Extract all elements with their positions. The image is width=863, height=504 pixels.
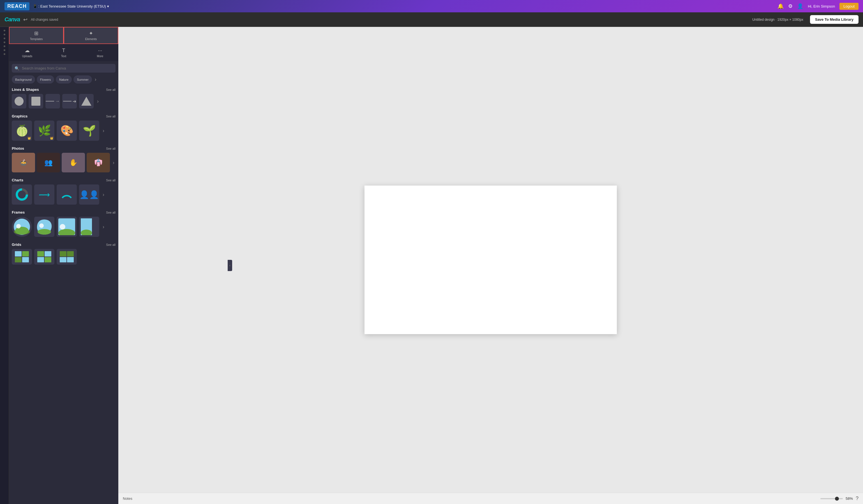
tab-more[interactable]: ··· More	[82, 44, 118, 61]
tab-elements[interactable]: ✦ Elements	[64, 27, 118, 44]
grid-cell	[45, 257, 51, 262]
frames-see-all[interactable]: See all	[106, 211, 115, 214]
tab-uploads[interactable]: ☁ Uploads	[9, 44, 46, 61]
frames-title: Frames	[12, 210, 25, 214]
svg-point-5	[16, 224, 21, 228]
donut-chart-svg	[15, 188, 29, 201]
frames-next-icon[interactable]: ›	[101, 223, 105, 231]
sidebar-dot-5	[4, 46, 5, 47]
zoom-slider-thumb[interactable]	[835, 497, 839, 501]
user-icon[interactable]: 👤	[797, 3, 803, 9]
grid-item-2[interactable]	[34, 249, 54, 265]
grid-preview-1	[15, 251, 29, 262]
more-label: More	[97, 55, 103, 58]
photos-row: 🍲 👥 ✋ 👘 ›	[12, 153, 115, 172]
graphics-next-icon[interactable]: ›	[101, 127, 105, 135]
frame-partial[interactable]	[79, 217, 99, 237]
canva-toolbar: Canva ↩ All changes saved Untitled desig…	[0, 12, 863, 27]
frames-header: Frames See all	[12, 209, 115, 214]
crown-badge-1: 👑	[27, 137, 31, 140]
notes-label[interactable]: Notes	[123, 496, 132, 501]
zoom-slider-track[interactable]	[821, 498, 843, 499]
photo-1[interactable]: 🍲	[12, 153, 35, 172]
graphics-title: Graphics	[12, 114, 27, 118]
graphic-plant[interactable]: 🌱	[79, 121, 99, 141]
save-to-media-library-button[interactable]: Save To Media Library	[810, 15, 859, 24]
charts-see-all[interactable]: See all	[106, 179, 115, 182]
charts-next-icon[interactable]: ›	[101, 191, 105, 199]
grid-cell	[37, 257, 44, 262]
shapes-row: → ➜ ›	[12, 94, 115, 109]
graphic-papaya[interactable]: 🍈 👑	[12, 121, 32, 141]
crown-badge-2: 👑	[50, 137, 53, 140]
grid-item-1[interactable]	[12, 249, 32, 265]
tab-text[interactable]: T Text	[46, 44, 82, 61]
filter-summer[interactable]: Summer	[74, 75, 92, 84]
shape-circle-item[interactable]	[12, 94, 26, 109]
elements-icon: ✦	[89, 30, 93, 36]
filter-nature[interactable]: Nature	[56, 75, 72, 84]
grid-item-3[interactable]	[57, 249, 77, 265]
shapes-next-icon[interactable]: ›	[96, 97, 100, 105]
grids-section: Grids See all	[12, 241, 115, 265]
tab-templates[interactable]: ⊞ Templates	[9, 27, 64, 44]
shape-triangle-item[interactable]	[79, 94, 93, 109]
lines-shapes-see-all[interactable]: See all	[106, 88, 115, 91]
panel-collapse-handle[interactable]: ‹	[228, 260, 232, 271]
graphic-pattern[interactable]: 🎨	[57, 121, 77, 141]
settings-icon[interactable]: ⚙	[788, 3, 793, 9]
frame-blob[interactable]	[34, 217, 54, 237]
frame-circle[interactable]	[12, 217, 32, 237]
search-bar-container: 🔍	[9, 61, 118, 75]
undo-icon[interactable]: ↩	[23, 16, 27, 23]
panel-tab-row-1: ⊞ Templates ✦ Elements	[9, 27, 118, 44]
graphics-see-all[interactable]: See all	[106, 115, 115, 118]
line-arrow: →	[55, 99, 60, 104]
charts-title: Charts	[12, 178, 23, 182]
filter-pills-next-icon[interactable]: ›	[93, 75, 98, 84]
charts-section: Charts See all ⟿	[12, 177, 115, 205]
design-canvas[interactable]	[364, 186, 617, 334]
elements-content: Lines & Shapes See all →	[9, 86, 118, 504]
photos-section: Photos See all 🍲 👥 ✋ 👘 ›	[12, 145, 115, 172]
lines-shapes-title: Lines & Shapes	[12, 87, 39, 92]
search-bar-wrapper: 🔍	[12, 64, 115, 73]
shape-arrow-item[interactable]: ➜	[62, 94, 77, 109]
chart-arc[interactable]	[57, 185, 77, 205]
sidebar-dot-4	[4, 41, 5, 43]
frame-blob-svg	[36, 218, 53, 235]
photo-4[interactable]: 👘	[87, 153, 110, 172]
arc-chart-svg	[60, 188, 74, 201]
graphics-section: Graphics See all 🍈 👑 🌿 👑 🎨	[12, 113, 115, 141]
help-icon[interactable]: ?	[856, 495, 859, 502]
filter-background[interactable]: Background	[12, 75, 35, 84]
chart-people[interactable]: 👤👤	[79, 185, 99, 205]
shape-square-item[interactable]	[29, 94, 43, 109]
frame-landscape[interactable]	[57, 217, 77, 237]
photo-3[interactable]: ✋	[62, 153, 85, 172]
photo-2[interactable]: 👥	[37, 153, 60, 172]
graphics-row: 🍈 👑 🌿 👑 🎨 🌱 ›	[12, 121, 115, 141]
shape-line-item[interactable]: →	[46, 94, 60, 109]
frame-landscape-svg	[58, 218, 75, 235]
arrow-shape: ➜	[62, 99, 77, 104]
graphic-leaf[interactable]: 🌿 👑	[34, 121, 54, 141]
nav-title[interactable]: 📱 : East Tennessee State University (ETS…	[33, 4, 109, 9]
sidebar-dot-7	[4, 53, 5, 55]
photos-see-all[interactable]: See all	[106, 147, 115, 150]
zoom-percent: 58%	[846, 496, 853, 501]
search-input[interactable]	[12, 64, 115, 73]
grid-cell	[45, 251, 51, 256]
sidebar-dot-3	[4, 38, 5, 39]
text-icon: T	[62, 48, 65, 53]
left-icon-sidebar	[0, 27, 9, 504]
filter-flowers[interactable]: Flowers	[37, 75, 54, 84]
chart-donut[interactable]	[12, 185, 32, 205]
uploads-label: Uploads	[22, 55, 33, 58]
photos-next-icon[interactable]: ›	[112, 159, 115, 167]
notification-icon[interactable]: 🔔	[777, 3, 784, 9]
uploads-icon: ☁	[25, 47, 30, 53]
chart-progress[interactable]: ⟿	[34, 185, 54, 205]
logout-button[interactable]: Logout	[839, 3, 859, 10]
grids-see-all[interactable]: See all	[106, 243, 115, 247]
